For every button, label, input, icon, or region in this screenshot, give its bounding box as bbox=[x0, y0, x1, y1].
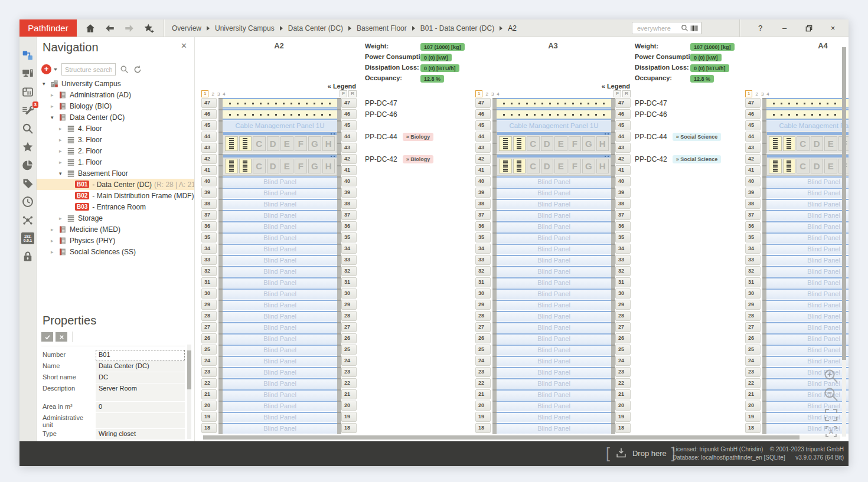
breadcrumb-item[interactable]: Overview bbox=[172, 24, 201, 32]
blind-panel[interactable]: Blind Panel bbox=[223, 423, 337, 434]
apply-button[interactable] bbox=[41, 332, 53, 342]
patch-panel-label[interactable]: PP-DC-44» Biology bbox=[365, 133, 433, 141]
property-value-field[interactable] bbox=[96, 413, 185, 428]
tree-item[interactable]: ▾Basement Floor bbox=[37, 168, 194, 179]
zoom-out-button[interactable] bbox=[823, 386, 839, 402]
rack-page-tab[interactable]: 4 bbox=[223, 91, 225, 97]
restore-button[interactable] bbox=[797, 19, 821, 37]
port-module-slot[interactable] bbox=[513, 136, 526, 151]
empty-slot[interactable]: H bbox=[322, 136, 335, 151]
help-button[interactable]: ? bbox=[748, 19, 772, 37]
blind-panel[interactable]: Blind Panel bbox=[223, 300, 337, 310]
blind-panel[interactable]: Blind Panel bbox=[223, 367, 337, 378]
blind-panel[interactable]: Blind Panel bbox=[766, 300, 849, 310]
blind-panel[interactable]: Blind Panel bbox=[766, 345, 849, 355]
blind-panel[interactable]: Blind Panel bbox=[497, 401, 611, 411]
empty-slot[interactable]: G bbox=[582, 159, 595, 173]
collapsed-arrow-icon[interactable]: ▸ bbox=[59, 215, 67, 221]
blind-panel[interactable]: Blind Panel bbox=[223, 401, 337, 411]
blind-panel[interactable]: Blind Panel bbox=[223, 288, 337, 299]
blind-panel[interactable]: Blind Panel bbox=[223, 221, 337, 232]
rack-page-tab[interactable]: 1 bbox=[745, 90, 752, 97]
scrollbar-thumb[interactable] bbox=[203, 435, 800, 440]
search-icon[interactable] bbox=[681, 24, 688, 32]
add-dropdown-caret-icon[interactable] bbox=[54, 68, 57, 71]
back-button[interactable] bbox=[104, 22, 116, 34]
patch-panel-label[interactable]: PP-DC-44» Social Science bbox=[635, 133, 721, 141]
empty-slot[interactable]: C bbox=[527, 159, 540, 173]
property-value-field[interactable]: Data Center (DC) bbox=[96, 361, 185, 372]
close-button[interactable]: × bbox=[821, 19, 845, 37]
patch-panel[interactable] bbox=[223, 98, 337, 109]
blind-panel[interactable]: Blind Panel bbox=[497, 288, 611, 299]
home-button[interactable] bbox=[84, 22, 96, 34]
blind-panel[interactable]: Blind Panel bbox=[766, 255, 849, 265]
blind-panel[interactable]: Blind Panel bbox=[223, 378, 337, 389]
empty-slot[interactable]: D bbox=[267, 136, 280, 151]
port-module-slot[interactable] bbox=[769, 159, 782, 173]
blind-panel[interactable]: Blind Panel bbox=[223, 356, 337, 366]
tree-item[interactable]: ▸Medicine (MED) bbox=[37, 224, 194, 235]
blind-panel[interactable]: Blind Panel bbox=[766, 311, 849, 322]
modular-device[interactable]: CDEFGH bbox=[497, 154, 611, 176]
tree-item[interactable]: ▸1. Floor bbox=[37, 156, 194, 168]
blind-panel[interactable]: Blind Panel bbox=[766, 176, 849, 187]
blind-panel[interactable]: Blind Panel bbox=[497, 356, 611, 366]
minimize-button[interactable]: – bbox=[772, 19, 797, 37]
empty-slot[interactable]: F bbox=[295, 136, 308, 151]
blind-panel[interactable]: Blind Panel bbox=[497, 389, 611, 400]
rack-side-tab[interactable]: F bbox=[614, 90, 621, 97]
blind-panel[interactable]: Blind Panel bbox=[497, 423, 611, 434]
tree-item[interactable]: B02- Main Distribution Frame (MDF)(R: bbox=[37, 190, 194, 201]
collapsed-arrow-icon[interactable]: ▸ bbox=[59, 159, 67, 165]
blind-panel[interactable]: Blind Panel bbox=[766, 210, 849, 221]
blind-panel[interactable]: Blind Panel bbox=[223, 266, 337, 277]
tree-item[interactable]: B03- Entrance Room bbox=[37, 201, 194, 212]
cable-management-panel[interactable]: Cable Management Panel 1U bbox=[497, 120, 611, 131]
port-module-slot[interactable] bbox=[225, 136, 238, 151]
patch-panel-label[interactable]: PP-DC-46 bbox=[635, 110, 667, 119]
breadcrumb-item[interactable]: B01 - Data Center (DC) bbox=[420, 24, 494, 32]
port-module-slot[interactable] bbox=[499, 159, 512, 173]
blind-panel[interactable]: Blind Panel bbox=[497, 311, 611, 322]
breadcrumb-item[interactable]: University Campus bbox=[215, 24, 275, 32]
property-value-field[interactable]: B01 bbox=[96, 350, 185, 360]
structure-search-input[interactable] bbox=[61, 63, 116, 76]
discard-button[interactable] bbox=[56, 332, 67, 342]
port-module-slot[interactable] bbox=[769, 136, 782, 151]
empty-slot[interactable]: G bbox=[308, 136, 321, 151]
empty-slot[interactable]: F bbox=[569, 136, 582, 151]
blind-panel[interactable]: Blind Panel bbox=[497, 188, 611, 198]
blind-panel[interactable]: Blind Panel bbox=[223, 199, 337, 209]
blind-panel[interactable]: Blind Panel bbox=[766, 356, 849, 366]
patch-panel[interactable] bbox=[497, 109, 611, 120]
rack-page-tab[interactable]: 4 bbox=[497, 91, 499, 97]
modular-device[interactable]: CDEFGH bbox=[223, 132, 337, 153]
blind-panel[interactable]: Blind Panel bbox=[497, 277, 611, 288]
tree-item[interactable]: B01- Data Center (DC)(R: 28 | A: 2145 | bbox=[37, 179, 194, 190]
forward-button[interactable] bbox=[123, 22, 135, 34]
blind-panel[interactable]: Blind Panel bbox=[223, 176, 337, 187]
empty-slot[interactable]: C bbox=[797, 159, 810, 173]
empty-slot[interactable]: H bbox=[596, 136, 609, 151]
drop-here-zone[interactable]: [ Drop here ] bbox=[606, 444, 676, 463]
tags-button[interactable] bbox=[21, 177, 34, 190]
rack-side-tab[interactable]: F bbox=[340, 90, 347, 97]
blind-panel[interactable]: Blind Panel bbox=[497, 333, 611, 344]
patch-panel[interactable] bbox=[766, 98, 849, 109]
blind-panel[interactable]: Blind Panel bbox=[223, 389, 337, 400]
tree-item[interactable]: ▸Storage bbox=[37, 212, 194, 224]
expanded-arrow-icon[interactable]: ▾ bbox=[59, 170, 67, 176]
empty-slot[interactable]: E bbox=[824, 159, 837, 173]
rack-page-tab[interactable]: 3 bbox=[761, 91, 763, 97]
workstation-button[interactable] bbox=[21, 67, 34, 80]
zoom-fit-button[interactable] bbox=[823, 407, 839, 423]
blind-panel[interactable]: Blind Panel bbox=[223, 322, 337, 333]
empty-slot[interactable]: G bbox=[582, 136, 595, 151]
blind-panel[interactable]: Blind Panel bbox=[497, 255, 611, 265]
empty-slot[interactable]: D bbox=[267, 159, 280, 173]
tree-item[interactable]: ▸Physics (PHY) bbox=[37, 235, 194, 246]
blind-panel[interactable]: Blind Panel bbox=[497, 300, 611, 310]
blind-panel[interactable]: Blind Panel bbox=[497, 210, 611, 221]
blind-panel[interactable]: Blind Panel bbox=[223, 412, 337, 422]
